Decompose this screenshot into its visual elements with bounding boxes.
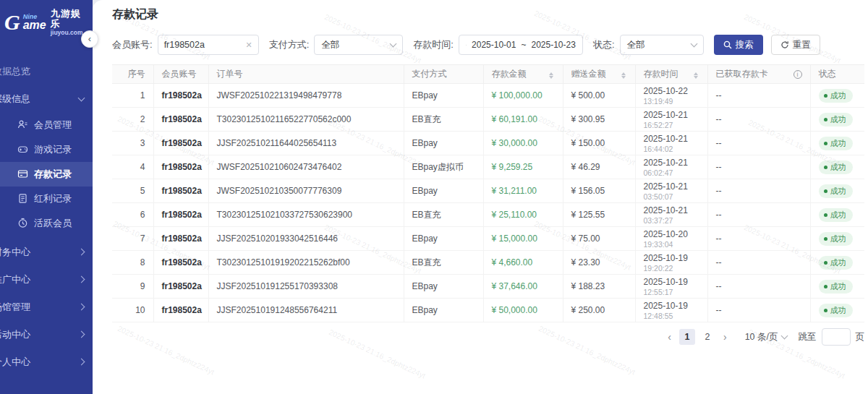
cell-bonus-amount: ¥ 188.23: [563, 275, 635, 299]
cell-deposit-time: 2025-10-2103:50:07: [635, 179, 707, 203]
cell-account: fr198502a: [153, 132, 208, 155]
page-number-1[interactable]: 1: [679, 329, 695, 345]
sidebar-item-finance-center[interactable]: 财务中心: [0, 239, 93, 266]
table-row[interactable]: 9 fr198502a JJSF202510191255170393308 EB…: [112, 275, 864, 299]
prev-page-button[interactable]: ‹: [664, 331, 675, 343]
clear-icon[interactable]: ✕: [245, 40, 252, 50]
col-deposit-time[interactable]: 存款时间: [635, 65, 707, 84]
page-number-2[interactable]: 2: [699, 329, 715, 345]
sidebar-item-data-overview[interactable]: 数据总览: [0, 58, 93, 85]
sort-icon[interactable]: [694, 72, 698, 79]
jump-to-label: 跳至: [799, 331, 817, 343]
sidebar-item-promotion-center[interactable]: 推广中心: [0, 266, 93, 294]
next-page-button[interactable]: ›: [720, 331, 731, 343]
payment-filter-label: 支付方式:: [269, 38, 310, 51]
cell-index: 7: [112, 227, 153, 251]
cell-account: fr198502a: [153, 275, 208, 299]
cell-payment-method: EB直充: [404, 203, 483, 227]
cell-bonus-amount: ¥ 250.00: [563, 299, 635, 322]
sidebar-item-personal-center[interactable]: 个人中心: [0, 348, 93, 376]
cell-payment-method: EBpay: [404, 299, 483, 322]
cell-bonus-amount: ¥ 156.05: [563, 179, 635, 203]
cell-bonus-amount: ¥ 300.95: [563, 108, 635, 132]
page-title: 存款记录: [112, 7, 864, 22]
payment-method-select[interactable]: 全部: [314, 35, 403, 55]
table-row[interactable]: 7 fr198502a JJSF202510201933042516446 EB…: [112, 227, 864, 251]
cell-deposit-time: 2025-10-2213:19:49: [635, 84, 707, 108]
table-row[interactable]: 1 fr198502a JWSF202510221319498479778 EB…: [112, 84, 864, 108]
reset-button[interactable]: 重置: [771, 35, 820, 55]
cell-status: 成功: [810, 155, 864, 179]
account-input[interactable]: fr198502a: [164, 40, 205, 50]
page-size-select[interactable]: 10 条/页: [745, 331, 787, 343]
table-row[interactable]: 4 fr198502a JWSF202510210602473476402 EB…: [112, 155, 864, 179]
status-badge: 成功: [819, 232, 853, 246]
info-icon[interactable]: i: [793, 70, 802, 79]
cell-order-no: T30230125102116522770562c000: [208, 108, 404, 132]
cell-index: 6: [112, 203, 153, 227]
app-logo[interactable]: G Nine ame 九游娱乐 jiuyou.com: [0, 0, 93, 45]
table-header-row: 序号 会员账号 订单号 支付方式 存款金额 赠送金额 存款时间 i已获取存款卡 …: [112, 65, 864, 84]
cell-deposit-amount: ¥ 15,000.00: [483, 227, 563, 251]
sidebar-menu: 数据总览 层级信息 会员管理 游戏记录 存款记录 红利记录: [0, 58, 93, 376]
chevron-right-icon: [78, 359, 85, 366]
table-row[interactable]: 3 fr198502a JJSF202510211644025654113 EB…: [112, 132, 864, 155]
sidebar-item-active-members[interactable]: 活跃会员: [0, 211, 93, 236]
cell-deposit-card: --: [707, 275, 810, 299]
col-index: 序号: [112, 65, 153, 84]
table-row[interactable]: 8 fr198502a T30230125101919202215262bf00…: [112, 251, 864, 275]
sidebar-collapse-button[interactable]: ‹: [81, 30, 98, 48]
chevron-down-icon: [690, 40, 697, 48]
sidebar-item-member-management[interactable]: 会员管理: [0, 113, 93, 137]
status-select[interactable]: 全部: [620, 35, 704, 55]
sort-icon[interactable]: [549, 72, 553, 79]
cell-deposit-amount: ¥ 30,000.00: [483, 132, 563, 155]
logo-cn-name: 九游娱乐: [51, 9, 90, 30]
status-badge: 成功: [819, 137, 853, 150]
cell-deposit-time: 2025-10-1919:20:22: [635, 251, 707, 275]
status-badge: 成功: [819, 256, 853, 270]
table-row[interactable]: 10 fr198502a JJSF202510191248556764211 E…: [112, 299, 864, 322]
active-clock-icon: [17, 218, 28, 228]
cell-payment-method: EBpay: [404, 227, 483, 251]
sidebar-item-level-info[interactable]: 层级信息: [0, 85, 93, 113]
cell-deposit-amount: ¥ 37,646.00: [483, 275, 563, 299]
cell-order-no: JJSF202510201933042516446: [208, 227, 404, 251]
cell-status: 成功: [810, 275, 864, 299]
cell-order-no: JWSF202510210350077776309: [208, 179, 404, 203]
chevron-right-icon: [78, 276, 85, 283]
jump-page-suffix: 页: [856, 331, 865, 343]
cell-account: fr198502a: [153, 155, 208, 179]
cell-payment-method: EBpay: [404, 275, 483, 299]
col-bonus-amount[interactable]: 赠送金额: [563, 65, 635, 84]
logo-g-icon: G: [4, 12, 20, 33]
sidebar-item-game-records[interactable]: 游戏记录: [0, 137, 93, 162]
status-dot-icon: [824, 309, 827, 312]
sidebar-item-deposit-records[interactable]: 存款记录: [0, 162, 93, 187]
sort-icon[interactable]: [621, 72, 626, 79]
deposit-time-range-picker[interactable]: 2025-10-01 ~ 2025-10-23: [459, 35, 583, 55]
jump-page-input[interactable]: [822, 328, 851, 346]
status-dot-icon: [824, 213, 827, 217]
cell-account: fr198502a: [153, 108, 208, 132]
table-row[interactable]: 2 fr198502a T30230125102116522770562c000…: [112, 108, 864, 132]
sidebar-item-bonus-records[interactable]: 红利记录: [0, 187, 93, 211]
col-deposit-amount[interactable]: 存款金额: [483, 65, 563, 84]
col-order-no: 订单号: [208, 65, 404, 84]
logo-ame-text: ame: [23, 20, 46, 31]
sidebar-item-activity-center[interactable]: 活动中心: [0, 321, 93, 348]
cell-bonus-amount: ¥ 46.29: [563, 155, 635, 179]
status-filter-label: 状态:: [593, 38, 615, 51]
cell-bonus-amount: ¥ 75.00: [563, 227, 635, 251]
cell-deposit-card: --: [707, 155, 810, 179]
cell-status: 成功: [810, 251, 864, 275]
sidebar-item-venue-management[interactable]: 场馆管理: [0, 294, 93, 321]
date-range-end: 2025-10-23: [531, 40, 575, 50]
col-deposit-card: i已获取存款卡: [707, 65, 810, 84]
status-dot-icon: [824, 94, 827, 98]
cell-bonus-amount: ¥ 23.30: [563, 251, 635, 275]
table-row[interactable]: 5 fr198502a JWSF202510210350077776309 EB…: [112, 179, 864, 203]
table-row[interactable]: 6 fr198502a T302301251021033727530623900…: [112, 203, 864, 227]
search-button[interactable]: 搜索: [714, 35, 763, 55]
cell-order-no: JWSF202510221319498479778: [208, 84, 404, 108]
